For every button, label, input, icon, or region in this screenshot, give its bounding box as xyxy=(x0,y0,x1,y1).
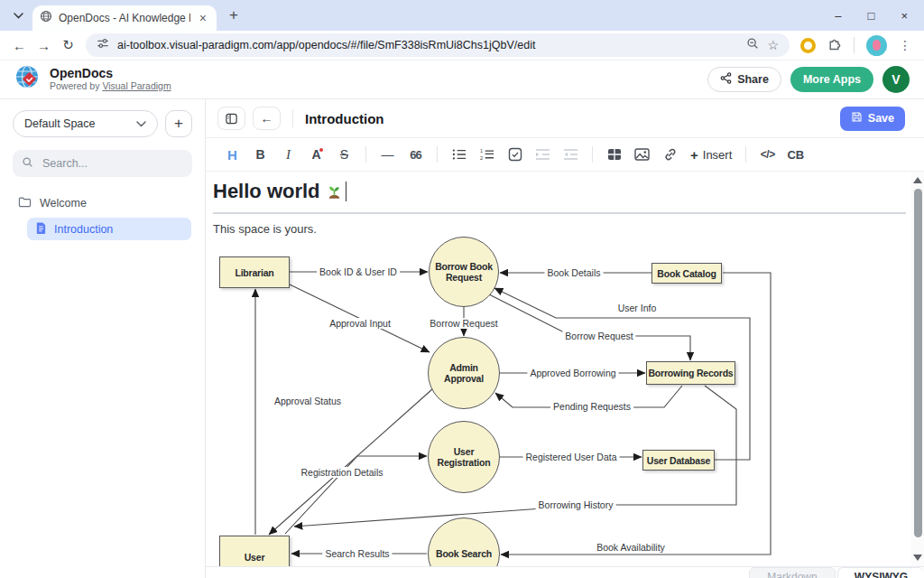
visual-paradigm-link[interactable]: Visual Paradigm xyxy=(102,80,171,91)
new-tab-button[interactable]: + xyxy=(229,6,238,24)
insert-button[interactable]: +Insert xyxy=(684,138,738,171)
edge-label: Registered User Data xyxy=(523,452,620,462)
user-avatar[interactable]: V xyxy=(882,66,910,93)
wysiwyg-mode-tab[interactable]: WYSIWYG xyxy=(837,567,924,578)
edge-label: Approval Status xyxy=(272,396,344,406)
search-icon xyxy=(22,155,33,172)
window-close-button[interactable]: × xyxy=(901,9,908,23)
inline-code-button[interactable]: </> xyxy=(753,138,781,171)
extension-ring-icon[interactable] xyxy=(800,38,816,53)
sidebar-item-introduction[interactable]: Introduction xyxy=(27,218,191,240)
code-block-button[interactable]: CB xyxy=(781,138,809,171)
browser-menu-icon[interactable]: ⋮ xyxy=(899,38,911,52)
diagram-node-librarian: Librarian xyxy=(219,256,290,288)
search-box[interactable] xyxy=(13,150,192,177)
sidebar-item-label: Welcome xyxy=(40,197,87,210)
back-button[interactable]: ← xyxy=(7,38,32,53)
site-settings-tune-icon[interactable] xyxy=(97,37,109,53)
zoom-out-magnifier-icon[interactable] xyxy=(746,37,759,53)
sidebar: Default Space + Welcome xyxy=(0,99,206,578)
powered-by: Powered by Visual Paradigm xyxy=(50,79,171,92)
bullet-list-button[interactable] xyxy=(445,138,473,171)
share-button[interactable]: Share xyxy=(707,67,781,92)
forward-button[interactable]: → xyxy=(32,38,56,53)
scrollbar-thumb[interactable] xyxy=(914,189,922,537)
url-text[interactable]: ai-toolbox.visual-paradigm.com/app/opend… xyxy=(117,39,738,51)
italic-button[interactable]: I xyxy=(274,138,302,171)
edge-label: Approval Input xyxy=(327,318,393,329)
edge-label: Borrowing History xyxy=(536,499,616,510)
doc-paragraph[interactable]: This space is yours. xyxy=(213,222,906,237)
toggle-sidebar-button[interactable] xyxy=(217,107,245,130)
more-apps-button[interactable]: More Apps xyxy=(790,67,873,92)
space-selector[interactable]: Default Space xyxy=(13,110,158,137)
page-title: Introduction xyxy=(305,111,383,126)
diagram-node-admin-approval: Admin Approval xyxy=(428,337,500,409)
scroll-down-arrow[interactable] xyxy=(913,555,922,561)
sidebar-item-label: Introduction xyxy=(54,223,113,236)
divider xyxy=(745,146,746,163)
table-button[interactable] xyxy=(600,138,628,171)
bookmark-star-icon[interactable]: ☆ xyxy=(767,38,779,52)
app-header: OpenDocs Powered by Visual Paradigm Shar… xyxy=(0,61,924,99)
edge-label: Book Availability xyxy=(594,542,668,553)
divider xyxy=(854,37,855,53)
extensions-puzzle-icon[interactable] xyxy=(827,36,842,54)
strikethrough-button[interactable]: S xyxy=(330,138,358,171)
browser-profile-avatar[interactable] xyxy=(866,35,887,56)
seedling-emoji-icon xyxy=(326,182,343,205)
reload-button[interactable]: ↻ xyxy=(56,37,80,53)
font-color-button[interactable]: A xyxy=(302,138,330,171)
scroll-up-arrow[interactable] xyxy=(913,177,922,183)
save-button[interactable]: Save xyxy=(840,107,905,131)
folder-icon xyxy=(18,196,32,210)
share-nodes-icon xyxy=(720,72,732,87)
diagram-node-user-registration: User Registration xyxy=(428,421,500,493)
back-page-button[interactable]: ← xyxy=(253,107,281,130)
horizontal-rule-button[interactable]: — xyxy=(374,138,402,171)
url-bar[interactable]: ai-toolbox.visual-paradigm.com/app/opend… xyxy=(86,33,790,57)
doc-heading[interactable]: Hello world xyxy=(213,181,906,214)
tab-list-chevron-icon[interactable] xyxy=(7,5,29,26)
edge-label: Borrow Request xyxy=(562,331,635,341)
search-input[interactable] xyxy=(41,156,167,171)
edge-label: Book ID & User ID xyxy=(317,266,400,277)
tab-title: OpenDocs - AI Knowledge Base xyxy=(59,12,190,24)
sidebar-item-welcome[interactable]: Welcome xyxy=(13,193,192,213)
diagram-edge xyxy=(269,389,432,535)
checkbox-list-button[interactable] xyxy=(501,138,529,171)
window-maximize-button[interactable]: □ xyxy=(868,9,875,23)
opendocs-logo xyxy=(14,64,42,95)
window-minimize-button[interactable]: – xyxy=(835,9,841,23)
tab-close-icon[interactable]: × xyxy=(197,11,209,25)
edge-label: Borrow Request xyxy=(427,318,500,329)
text-cursor xyxy=(346,182,347,201)
bold-button[interactable]: B xyxy=(246,138,274,171)
diagram-node-borrow-book-request: Borrow Book Request xyxy=(429,237,499,307)
edge-label: Search Results xyxy=(322,548,392,559)
editor-toolbar: H B I A S — 66 12 xyxy=(206,137,924,172)
link-button[interactable] xyxy=(656,138,684,171)
divider xyxy=(292,109,293,127)
heading-button[interactable]: H xyxy=(218,138,246,171)
diagram-node-book-catalog: Book Catalog xyxy=(651,263,722,284)
numbered-list-button[interactable]: 12 xyxy=(473,138,501,171)
editor-canvas[interactable]: Hello world This space is yours. Book ID… xyxy=(206,172,924,566)
image-button[interactable] xyxy=(628,138,656,171)
edge-label: Approved Borrowing xyxy=(527,368,618,378)
dfd-diagram[interactable]: Book ID & User IDBook DetailsUser InfoBo… xyxy=(213,238,924,566)
diagram-node-user-database: User Database xyxy=(642,450,715,471)
add-space-button[interactable]: + xyxy=(165,110,192,137)
edge-label: Book Details xyxy=(545,267,604,278)
markdown-mode-tab[interactable]: Markdown xyxy=(749,567,836,578)
edge-label: User Info xyxy=(615,303,660,313)
editor-scrollbar[interactable] xyxy=(911,172,924,566)
divider xyxy=(437,146,438,163)
mode-switch-bar: Markdown WYSIWYG xyxy=(206,566,924,578)
globe-favicon-icon xyxy=(40,10,52,26)
svg-text:1: 1 xyxy=(480,148,483,154)
indent-button[interactable] xyxy=(529,138,557,171)
outdent-button[interactable] xyxy=(557,138,585,171)
blockquote-button[interactable]: 66 xyxy=(402,138,430,171)
browser-tab[interactable]: OpenDocs - AI Knowledge Base × xyxy=(32,5,217,31)
